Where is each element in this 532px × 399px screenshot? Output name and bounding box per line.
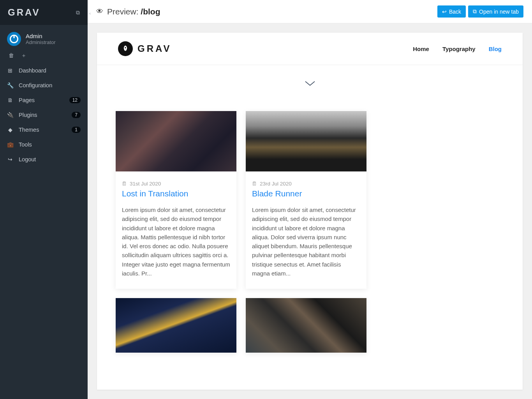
sidebar-item-plugins[interactable]: 🔌 Plugins 7	[0, 108, 88, 122]
sidebar-item-label: Plugins	[19, 112, 66, 118]
sidebar-item-logout[interactable]: ↪ Logout	[0, 152, 88, 167]
external-link-icon[interactable]: ⧉	[76, 9, 80, 16]
card-excerpt: Lorem ipsum dolor sit amet, consectetur …	[252, 205, 360, 278]
sidebar-item-label: Pages	[19, 97, 64, 103]
add-icon[interactable]: ＋	[21, 52, 26, 59]
card-image	[116, 111, 236, 171]
sidebar-item-label: Tools	[19, 141, 81, 148]
preview-frame: GRAV Home Typography Blog	[97, 33, 523, 390]
back-button[interactable]: ↩ Back	[437, 5, 466, 18]
badge-pages-count: 12	[69, 97, 81, 103]
collapse-sidebar-icon[interactable]: ‹	[89, 11, 91, 16]
calendar-icon: 🗓	[122, 181, 127, 187]
reply-icon: ↩	[442, 9, 447, 15]
main-content: 👁 Preview: /blog ↩ Back ⧉ Open in new ta…	[88, 0, 532, 399]
sidebar-item-tools[interactable]: 💼 Tools	[0, 137, 88, 152]
open-new-tab-button[interactable]: ⧉ Open in new tab	[468, 5, 523, 18]
preview-path: /blog	[141, 7, 160, 16]
badge-themes-count: 1	[72, 127, 81, 133]
logout-icon: ↪	[7, 156, 13, 162]
admin-sidebar: GRAV ⧉ ‹ Admin Administrator 🗑 ＋ ⊞ Dashb…	[0, 0, 88, 399]
nav-home[interactable]: Home	[413, 46, 429, 52]
briefcase-icon: 💼	[7, 141, 13, 148]
blog-grid: 🗓 31st Jul 2020 Lost in Translation Lore…	[97, 111, 523, 368]
card-date: 🗓 23rd Jul 2020	[252, 181, 360, 187]
open-new-tab-label: Open in new tab	[479, 9, 519, 15]
site-header: GRAV Home Typography Blog	[97, 33, 523, 65]
sidebar-item-dashboard[interactable]: ⊞ Dashboard	[0, 63, 88, 78]
wrench-icon: 🔧	[7, 82, 13, 88]
nav-blog[interactable]: Blog	[489, 46, 502, 52]
nav-typography[interactable]: Typography	[442, 46, 476, 52]
blog-card[interactable]: 🗓 31st Jul 2020 Lost in Translation Lore…	[116, 111, 236, 289]
card-title[interactable]: Lost in Translation	[122, 189, 230, 198]
sidebar-item-label: Logout	[19, 156, 81, 162]
page-icon: 🗎	[7, 97, 13, 103]
topbar-actions: ↩ Back ⧉ Open in new tab	[437, 5, 523, 18]
quick-actions: 🗑 ＋	[0, 51, 88, 63]
user-block[interactable]: Admin Administrator	[0, 25, 88, 51]
user-role: Administrator	[26, 39, 56, 45]
chevron-down-icon	[305, 81, 315, 86]
scroll-indicator[interactable]	[97, 65, 523, 111]
card-date: 🗓 31st Jul 2020	[122, 181, 230, 187]
rocket-icon	[118, 41, 133, 56]
preview-area: GRAV Home Typography Blog	[88, 23, 532, 399]
site-nav: Home Typography Blog	[413, 46, 502, 52]
preview-label: Preview:	[107, 7, 141, 16]
card-title[interactable]: Blade Runner	[252, 189, 360, 198]
sidebar-item-label: Themes	[19, 127, 66, 133]
card-image	[246, 298, 366, 353]
card-image	[116, 298, 236, 353]
back-button-label: Back	[449, 9, 461, 15]
site-logo[interactable]: GRAV	[118, 41, 172, 56]
card-excerpt: Lorem ipsum dolor sit amet, consectetur …	[122, 205, 230, 278]
dashboard-icon: ⊞	[7, 67, 13, 74]
sidebar-item-label: Dashboard	[19, 67, 81, 74]
user-name: Admin	[26, 33, 56, 39]
sidebar-item-pages[interactable]: 🗎 Pages 12	[0, 93, 88, 108]
calendar-icon: 🗓	[252, 181, 257, 187]
site-brand-text: GRAV	[137, 43, 172, 54]
eye-icon: 👁	[96, 7, 103, 16]
sidebar-item-themes[interactable]: ◆ Themes 1	[0, 122, 88, 137]
brand-logo[interactable]: GRAV	[8, 7, 41, 18]
external-icon: ⧉	[473, 8, 477, 15]
blog-card[interactable]: 🗓 23rd Jul 2020 Blade Runner Lorem ipsum…	[246, 111, 366, 289]
blog-card[interactable]	[116, 298, 236, 353]
plug-icon: 🔌	[7, 112, 13, 118]
badge-plugins-count: 7	[72, 112, 81, 118]
card-image	[246, 111, 366, 171]
page-title: 👁 Preview: /blog	[96, 7, 160, 16]
theme-icon: ◆	[7, 127, 13, 133]
blog-card[interactable]	[246, 298, 366, 353]
sidebar-item-configuration[interactable]: 🔧 Configuration	[0, 78, 88, 93]
topbar: 👁 Preview: /blog ↩ Back ⧉ Open in new ta…	[88, 0, 532, 23]
sidebar-header: GRAV ⧉ ‹	[0, 0, 88, 25]
sidebar-item-label: Configuration	[19, 82, 81, 88]
sidebar-nav: ⊞ Dashboard 🔧 Configuration 🗎 Pages 12 🔌…	[0, 63, 88, 167]
trash-icon[interactable]: 🗑	[9, 52, 14, 59]
avatar	[7, 32, 21, 46]
